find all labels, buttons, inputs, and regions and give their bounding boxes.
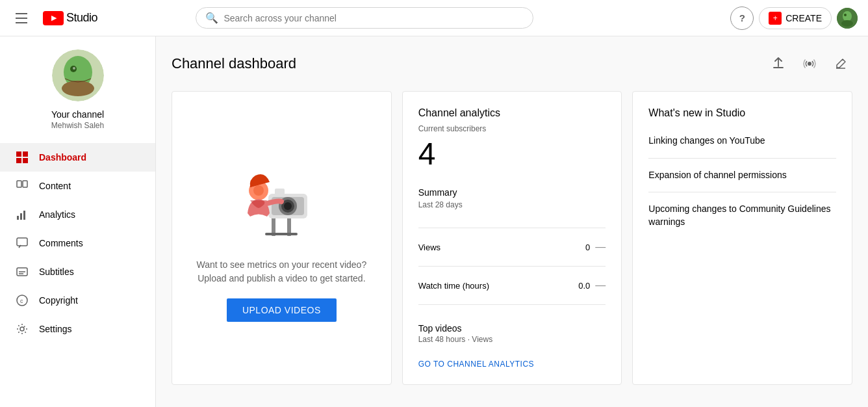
- whats-new-card: What's new in Studio Linking changes on …: [632, 91, 852, 385]
- news-item-0[interactable]: Linking changes on YouTube: [648, 124, 836, 159]
- stat-row-views: Views 0 —: [418, 236, 606, 258]
- content-label: Content: [39, 181, 71, 191]
- subscribers-label: Current subscribers: [418, 124, 606, 133]
- divider-1: [418, 228, 606, 228]
- svg-rect-9: [16, 151, 21, 157]
- svg-rect-17: [23, 211, 25, 220]
- sidebar-item-content[interactable]: Content: [0, 172, 155, 200]
- news-text-1: Expansion of channel permissions: [648, 170, 786, 180]
- settings-icon: [16, 322, 29, 335]
- sidebar-item-dashboard[interactable]: Dashboard: [0, 143, 155, 172]
- divider-3: [418, 304, 606, 305]
- copyright-label: Copyright: [39, 295, 78, 306]
- search-icon: 🔍: [205, 12, 218, 24]
- comments-label: Comments: [39, 238, 83, 248]
- svg-rect-33: [275, 189, 285, 195]
- svg-text:c: c: [20, 298, 23, 304]
- svg-rect-16: [20, 213, 22, 220]
- upload-card: Want to see metrics on your recent video…: [172, 91, 392, 385]
- svg-rect-18: [17, 238, 27, 246]
- whats-new-title: What's new in Studio: [648, 107, 836, 119]
- svg-rect-27: [265, 233, 298, 235]
- topbar-right: ? + CREATE: [730, 7, 858, 30]
- news-text-2: Upcoming changes to Community Guidelines…: [648, 203, 830, 227]
- sidebar-item-copyright[interactable]: c Copyright: [0, 286, 155, 315]
- sidebar-item-analytics[interactable]: Analytics: [0, 200, 155, 229]
- menu-button[interactable]: [10, 8, 32, 29]
- subtitles-label: Subtitles: [39, 267, 74, 277]
- comments-icon: [16, 237, 29, 250]
- watchtime-label: Watch time (hours): [418, 281, 489, 291]
- dashboard-grid: Want to see metrics on your recent video…: [172, 91, 852, 385]
- stat-row-watchtime: Watch time (hours) 0.0 —: [418, 274, 606, 296]
- news-item-2[interactable]: Upcoming changes to Community Guidelines…: [648, 192, 836, 239]
- sidebar-item-settings[interactable]: Settings: [0, 315, 155, 343]
- svg-point-1: [843, 11, 852, 21]
- top-videos-section: Top videos Last 48 hours · Views: [418, 323, 606, 344]
- news-item-1[interactable]: Expansion of channel permissions: [648, 159, 836, 193]
- topbar-left: Studio: [10, 8, 97, 29]
- svg-rect-12: [23, 158, 28, 163]
- svg-point-7: [73, 67, 75, 70]
- views-change: —: [595, 241, 606, 253]
- upload-illustration: [236, 155, 327, 248]
- svg-rect-13: [17, 181, 21, 187]
- logo[interactable]: Studio: [43, 11, 97, 25]
- svg-rect-10: [23, 151, 28, 157]
- upload-icon-button[interactable]: [767, 52, 790, 75]
- top-videos-label: Top videos: [418, 323, 606, 334]
- news-text-0: Linking changes on YouTube: [648, 135, 765, 146]
- edit-icon-button[interactable]: [829, 52, 852, 75]
- upload-text: Want to see metrics on your recent video…: [196, 258, 366, 285]
- create-button[interactable]: + CREATE: [759, 7, 832, 29]
- header-actions: [767, 52, 852, 75]
- analytics-icon: [16, 208, 29, 221]
- sidebar-nav: Dashboard Content Analytics Comments: [0, 143, 155, 343]
- watchtime-value: 0.0: [578, 281, 590, 291]
- avatar[interactable]: [837, 8, 858, 29]
- search-input[interactable]: [223, 13, 524, 23]
- svg-point-8: [62, 81, 94, 96]
- content-icon: [16, 179, 29, 192]
- create-label: CREATE: [785, 13, 822, 23]
- sidebar-item-comments[interactable]: Comments: [0, 229, 155, 257]
- help-button[interactable]: ?: [730, 7, 754, 30]
- svg-point-35: [253, 185, 264, 196]
- dashboard-label: Dashboard: [39, 152, 86, 163]
- analytics-card: Channel analytics Current subscribers 4 …: [402, 91, 622, 385]
- views-label: Views: [418, 243, 440, 252]
- sidebar-item-subtitles[interactable]: Subtitles: [0, 257, 155, 286]
- youtube-icon: [43, 11, 64, 25]
- summary-period: Last 28 days: [418, 200, 606, 209]
- subscribers-count: 4: [418, 136, 606, 172]
- views-value-row: 0 —: [585, 241, 606, 253]
- dashboard-icon: [16, 151, 29, 164]
- svg-point-32: [284, 202, 292, 210]
- analytics-label: Analytics: [39, 209, 75, 220]
- analytics-card-title: Channel analytics: [418, 107, 606, 119]
- channel-avatar[interactable]: [52, 49, 104, 101]
- svg-point-2: [844, 14, 847, 16]
- page-header: Channel dashboard: [172, 52, 852, 75]
- svg-point-3: [841, 20, 853, 27]
- analytics-link[interactable]: GO TO CHANNEL ANALYTICS: [418, 360, 606, 369]
- top-videos-period: Last 48 hours · Views: [418, 335, 606, 344]
- logo-text: Studio: [66, 11, 97, 25]
- settings-label: Settings: [39, 324, 72, 334]
- divider-2: [418, 266, 606, 267]
- summary-header: Summary: [418, 187, 606, 198]
- svg-rect-15: [17, 216, 19, 220]
- main-content: Channel dashboard: [156, 36, 868, 407]
- main-layout: Your channel Mehwish Saleh Dashboard Con…: [0, 36, 868, 407]
- upload-videos-button[interactable]: UPLOAD VIDEOS: [227, 298, 337, 322]
- broadcast-icon-button[interactable]: [798, 52, 821, 75]
- channel-name: Your channel: [51, 109, 104, 120]
- topbar: Studio 🔍 ? + CREATE: [0, 0, 868, 36]
- page-title: Channel dashboard: [172, 55, 296, 72]
- copyright-icon: c: [16, 294, 29, 307]
- svg-rect-11: [16, 158, 21, 163]
- subtitles-icon: [16, 265, 29, 278]
- search-bar[interactable]: 🔍: [196, 7, 533, 29]
- sidebar: Your channel Mehwish Saleh Dashboard Con…: [0, 36, 156, 407]
- watchtime-value-row: 0.0 —: [578, 280, 606, 291]
